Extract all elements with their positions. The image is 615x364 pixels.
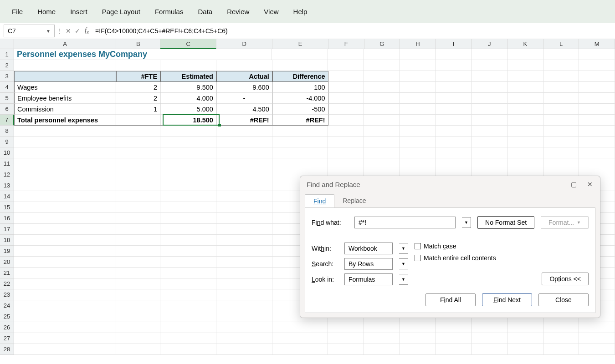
cell[interactable]: [436, 322, 472, 333]
cell[interactable]: 18.500: [160, 115, 216, 126]
tab-replace[interactable]: Replace: [334, 194, 374, 207]
dropdown-icon[interactable]: ⋮: [55, 27, 64, 35]
maximize-icon[interactable]: ▢: [570, 181, 577, 188]
cell[interactable]: [472, 93, 507, 104]
cell[interactable]: [216, 224, 272, 235]
cell[interactable]: [116, 136, 160, 147]
cell[interactable]: [328, 71, 364, 82]
cell[interactable]: [436, 333, 472, 344]
minimize-icon[interactable]: —: [554, 181, 561, 188]
cell[interactable]: [116, 191, 160, 202]
cell[interactable]: [116, 289, 160, 300]
cell[interactable]: Total personnel expenses: [14, 115, 116, 126]
cell[interactable]: [328, 322, 364, 333]
cell[interactable]: [436, 158, 472, 169]
cell[interactable]: [272, 49, 328, 60]
cell[interactable]: 9.500: [160, 82, 216, 93]
cell[interactable]: [472, 322, 507, 333]
row-header-3[interactable]: 3: [0, 71, 14, 82]
cell[interactable]: [400, 322, 436, 333]
chevron-down-icon[interactable]: ▼: [46, 29, 51, 34]
col-header-G[interactable]: G: [364, 39, 400, 49]
cell[interactable]: [216, 268, 272, 278]
cell[interactable]: [400, 82, 436, 93]
cell[interactable]: [14, 191, 116, 202]
find-next-button[interactable]: Find Next: [482, 293, 532, 306]
row-header-5[interactable]: 5: [0, 93, 14, 104]
enter-icon[interactable]: ✓: [73, 27, 82, 35]
row-header-22[interactable]: 22: [0, 278, 14, 289]
cell[interactable]: [364, 147, 400, 158]
search-select[interactable]: By Rows: [344, 258, 393, 270]
cell[interactable]: Wages: [14, 82, 116, 93]
row-header-6[interactable]: 6: [0, 104, 14, 115]
cell[interactable]: [436, 136, 472, 147]
cell[interactable]: [116, 60, 160, 71]
cell[interactable]: [216, 246, 272, 257]
cell[interactable]: [14, 202, 116, 213]
cell[interactable]: [216, 147, 272, 158]
cell[interactable]: [472, 82, 507, 93]
row-header-20[interactable]: 20: [0, 257, 14, 268]
row-header-16[interactable]: 16: [0, 213, 14, 224]
cell[interactable]: [272, 158, 328, 169]
cell[interactable]: [272, 322, 328, 333]
cell[interactable]: [507, 71, 543, 82]
cell[interactable]: [14, 235, 116, 246]
cell[interactable]: [579, 115, 615, 126]
cell[interactable]: [543, 147, 579, 158]
cell[interactable]: [543, 333, 579, 344]
cell[interactable]: [116, 115, 160, 126]
cell[interactable]: [216, 158, 272, 169]
cell[interactable]: 4.500: [216, 104, 272, 115]
cell[interactable]: [579, 344, 615, 355]
cell[interactable]: [272, 333, 328, 344]
find-what-dropdown[interactable]: ▼: [462, 217, 471, 228]
cell[interactable]: [472, 71, 507, 82]
ribbon-help[interactable]: Help: [293, 8, 308, 15]
cell[interactable]: [507, 322, 543, 333]
match-case-checkbox[interactable]: Match case: [415, 243, 589, 250]
cell[interactable]: [272, 60, 328, 71]
cell[interactable]: [543, 322, 579, 333]
cell[interactable]: [400, 104, 436, 115]
col-header-A[interactable]: A: [14, 39, 116, 49]
row-header-10[interactable]: 10: [0, 147, 14, 158]
cell[interactable]: [160, 268, 216, 278]
cell[interactable]: [507, 158, 543, 169]
cell[interactable]: [543, 136, 579, 147]
ribbon-insert[interactable]: Insert: [70, 8, 87, 15]
cell[interactable]: [472, 49, 507, 60]
cell[interactable]: [579, 60, 615, 71]
col-header-I[interactable]: I: [436, 39, 472, 49]
cell[interactable]: [272, 147, 328, 158]
cell[interactable]: [116, 333, 160, 344]
cell[interactable]: [579, 49, 615, 60]
find-what-input[interactable]: #*!: [354, 217, 456, 228]
col-header-B[interactable]: B: [116, 39, 160, 49]
cell[interactable]: [579, 147, 615, 158]
cell[interactable]: [436, 60, 472, 71]
cell[interactable]: [507, 60, 543, 71]
cell[interactable]: 4.000: [160, 93, 216, 104]
title-cell[interactable]: Personnel expenses MyCompany: [14, 49, 272, 60]
cell[interactable]: [400, 126, 436, 136]
cell[interactable]: [328, 333, 364, 344]
row-header-12[interactable]: 12: [0, 169, 14, 180]
row-header-15[interactable]: 15: [0, 202, 14, 213]
cell[interactable]: [216, 235, 272, 246]
cell[interactable]: [436, 49, 472, 60]
find-all-button[interactable]: Find All: [425, 293, 476, 306]
cell[interactable]: [543, 158, 579, 169]
cell[interactable]: [472, 104, 507, 115]
row-header-21[interactable]: 21: [0, 268, 14, 278]
cell[interactable]: 1: [116, 104, 160, 115]
row-header-26[interactable]: 26: [0, 322, 14, 333]
cell[interactable]: [472, 115, 507, 126]
cell[interactable]: [328, 158, 364, 169]
search-dropdown[interactable]: ▼: [399, 258, 408, 269]
row-header-25[interactable]: 25: [0, 311, 14, 322]
cell[interactable]: [579, 104, 615, 115]
cell[interactable]: [14, 300, 116, 311]
cell[interactable]: [160, 311, 216, 322]
